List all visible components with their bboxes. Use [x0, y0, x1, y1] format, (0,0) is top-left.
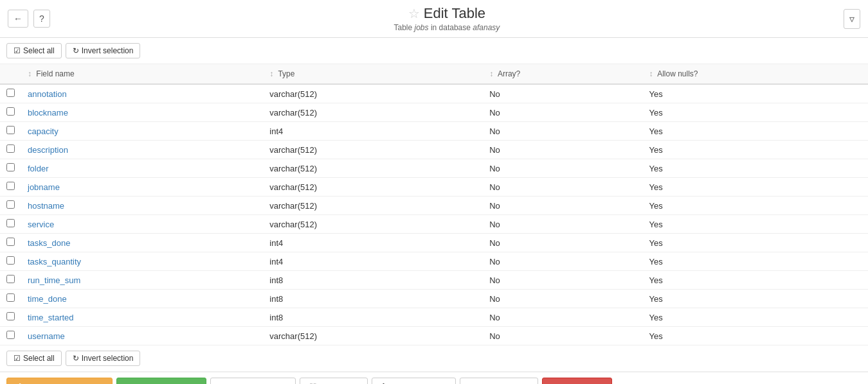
- nulls-cell-5: Yes: [642, 178, 868, 196]
- field-link-9[interactable]: tasks_quantity: [28, 257, 81, 266]
- select-all-top-button[interactable]: ☑ Select all: [6, 43, 62, 58]
- array-cell-6: No: [483, 196, 642, 215]
- row-checkbox-1[interactable]: [0, 103, 21, 122]
- page-subtitle: Table jobs in database afanasy: [50, 23, 844, 32]
- field-name-cell-8: tasks_done: [21, 234, 263, 252]
- row-checkbox-12[interactable]: [0, 308, 21, 327]
- invert-selection-bottom-button[interactable]: ↻ Invert selection: [66, 351, 141, 366]
- checkbox-input-11[interactable]: [6, 293, 15, 302]
- header-array[interactable]: ↕ Array?: [483, 64, 642, 84]
- field-name-cell-13: username: [21, 327, 263, 345]
- checkbox-input-13[interactable]: [6, 331, 15, 339]
- row-checkbox-6[interactable]: [0, 196, 21, 215]
- header-checkbox: [0, 64, 21, 84]
- delete-field-button[interactable]: 🗑 Delete selected field: [6, 378, 113, 384]
- back-button[interactable]: ←: [8, 10, 28, 28]
- row-checkbox-8[interactable]: [0, 234, 21, 252]
- type-cell-10: int8: [263, 271, 483, 290]
- add-field-button[interactable]: + Add field of type:: [116, 378, 206, 384]
- array-cell-1: No: [483, 103, 642, 122]
- row-checkbox-10[interactable]: [0, 271, 21, 290]
- checkbox-input-10[interactable]: [6, 275, 15, 283]
- checkbox-input-3[interactable]: [6, 144, 15, 153]
- checkbox-input-12[interactable]: [6, 312, 15, 320]
- array-cell-12: No: [483, 308, 642, 327]
- col-nulls-label: Allow nulls?: [657, 69, 698, 78]
- table-row: annotation varchar(512) No Yes: [0, 84, 868, 103]
- type-cell-13: varchar(512): [263, 327, 483, 345]
- field-link-7[interactable]: service: [28, 220, 54, 229]
- table-row: tasks_quantity int4 No Yes: [0, 252, 868, 271]
- checkbox-input-7[interactable]: [6, 219, 15, 227]
- export-csv-button[interactable]: ⇅ Export as CSV: [372, 378, 456, 384]
- checkbox-input-8[interactable]: [6, 238, 15, 246]
- checkbox-input-5[interactable]: [6, 182, 15, 190]
- row-checkbox-13[interactable]: [0, 327, 21, 345]
- filter-button[interactable]: ▿: [844, 9, 860, 29]
- row-checkbox-11[interactable]: [0, 290, 21, 308]
- table-row: time_started int8 No Yes: [0, 308, 868, 327]
- row-checkbox-0[interactable]: [0, 84, 21, 103]
- field-name-cell-1: blockname: [21, 103, 263, 122]
- help-button[interactable]: ?: [33, 10, 50, 28]
- checkbox-input-2[interactable]: [6, 126, 15, 134]
- star-icon[interactable]: ☆: [408, 6, 420, 21]
- nulls-cell-12: Yes: [642, 308, 868, 327]
- checkbox-input-1[interactable]: [6, 107, 15, 116]
- type-cell-8: int4: [263, 234, 483, 252]
- field-link-13[interactable]: username: [28, 331, 65, 341]
- header-row: ↕ Field name ↕ Type ↕ Array? ↕ Allow nul…: [0, 64, 868, 84]
- invert-selection-bottom-label: Invert selection: [82, 354, 134, 363]
- field-name-cell-2: capacity: [21, 122, 263, 141]
- row-checkbox-2[interactable]: [0, 122, 21, 141]
- checkbox-input-0[interactable]: [6, 89, 15, 97]
- field-link-4[interactable]: folder: [28, 164, 49, 173]
- sort-icon-type: ↕: [269, 69, 273, 78]
- nulls-cell-9: Yes: [642, 252, 868, 271]
- view-data-button[interactable]: ☷ View Data: [300, 378, 368, 384]
- table-row: capacity int4 No Yes: [0, 122, 868, 141]
- field-link-11[interactable]: time_done: [28, 294, 67, 304]
- sort-icon-field: ↕: [28, 69, 32, 78]
- array-cell-0: No: [483, 84, 642, 103]
- create-index-button[interactable]: ⛭ Create Index: [460, 378, 538, 384]
- field-link-8[interactable]: tasks_done: [28, 238, 71, 248]
- checkbox-input-4[interactable]: [6, 163, 15, 171]
- select-all-bottom-button[interactable]: ☑ Select all: [6, 351, 62, 366]
- field-link-12[interactable]: time_started: [28, 313, 74, 322]
- action-toolbar: 🗑 Delete selected field + Add field of t…: [0, 372, 868, 384]
- checkbox-icon-top: ☑: [14, 46, 21, 55]
- header-nulls[interactable]: ↕ Allow nulls?: [642, 64, 868, 84]
- nulls-cell-13: Yes: [642, 327, 868, 345]
- table-row: time_done int8 No Yes: [0, 290, 868, 308]
- invert-selection-top-button[interactable]: ↻ Invert selection: [66, 43, 141, 58]
- field-link-3[interactable]: description: [28, 145, 68, 155]
- field-link-5[interactable]: jobname: [28, 182, 60, 192]
- row-checkbox-4[interactable]: [0, 159, 21, 178]
- table-row: service varchar(512) No Yes: [0, 215, 868, 234]
- drop-table-button[interactable]: ✕ Drop Table: [542, 378, 612, 384]
- checkbox-input-6[interactable]: [6, 200, 15, 209]
- row-checkbox-3[interactable]: [0, 141, 21, 159]
- field-name-cell-9: tasks_quantity: [21, 252, 263, 271]
- field-type-select[interactable]: abstimebigintbooleanchardatedouble preci…: [210, 378, 296, 384]
- row-checkbox-9[interactable]: [0, 252, 21, 271]
- checkbox-input-9[interactable]: [6, 256, 15, 265]
- select-all-top-label: Select all: [23, 46, 55, 55]
- field-link-6[interactable]: hostname: [28, 201, 64, 211]
- field-link-2[interactable]: capacity: [28, 127, 59, 136]
- field-link-0[interactable]: annotation: [28, 89, 67, 99]
- field-link-10[interactable]: run_time_sum: [28, 275, 80, 285]
- array-cell-5: No: [483, 178, 642, 196]
- top-bar-center: ☆ Edit Table Table jobs in database afan…: [50, 5, 844, 32]
- table-row: hostname varchar(512) No Yes: [0, 196, 868, 215]
- nulls-cell-8: Yes: [642, 234, 868, 252]
- row-checkbox-7[interactable]: [0, 215, 21, 234]
- header-type[interactable]: ↕ Type: [263, 64, 483, 84]
- type-cell-12: int8: [263, 308, 483, 327]
- row-checkbox-5[interactable]: [0, 178, 21, 196]
- type-cell-11: int8: [263, 290, 483, 308]
- field-link-1[interactable]: blockname: [28, 108, 68, 118]
- header-field-name[interactable]: ↕ Field name: [21, 64, 263, 84]
- field-name-cell-3: description: [21, 141, 263, 159]
